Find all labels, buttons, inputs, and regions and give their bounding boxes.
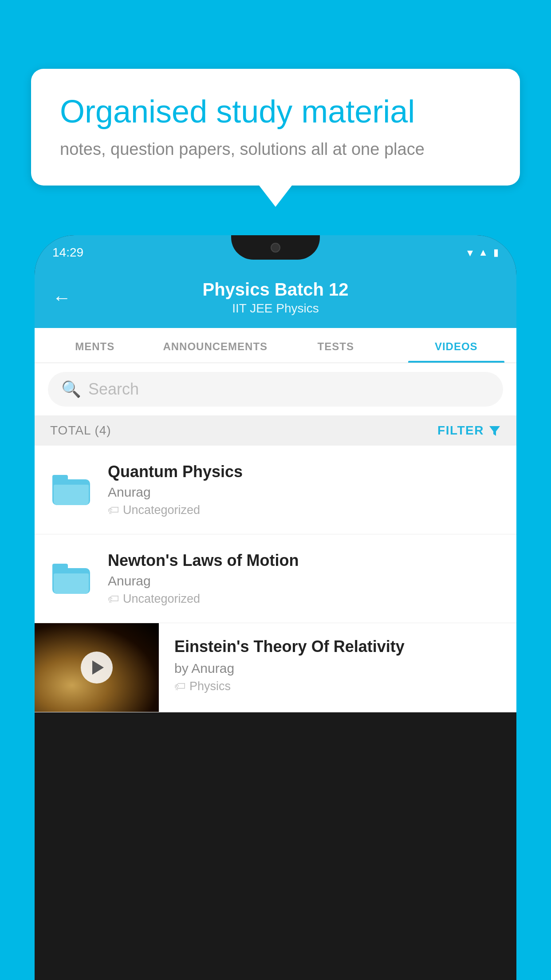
speech-bubble: Organised study material notes, question…	[31, 69, 520, 186]
video-info: Newton's Laws of Motion Anurag 🏷 Uncateg…	[108, 551, 501, 606]
total-count: TOTAL (4)	[50, 423, 111, 438]
tag-label: Uncategorized	[123, 503, 200, 517]
folder-icon	[50, 557, 92, 600]
video-tag: 🏷 Uncategorized	[108, 592, 501, 606]
camera-dot	[271, 243, 280, 253]
tab-tests[interactable]: TESTS	[276, 328, 396, 363]
wifi-icon: ▾	[467, 246, 473, 260]
search-bar[interactable]: 🔍 Search	[48, 372, 503, 407]
header-title: Physics Batch 12	[84, 280, 467, 300]
back-button[interactable]: ←	[52, 288, 71, 307]
signal-icon: ▲	[478, 247, 488, 258]
video-author: Anurag	[108, 573, 501, 589]
videos-list: Quantum Physics Anurag 🏷 Uncategorized N…	[35, 446, 516, 712]
filter-bar: TOTAL (4) FILTER	[35, 415, 516, 446]
status-bar: 14:29 ▾ ▲ ▮	[35, 235, 516, 270]
video-title: Quantum Physics	[108, 462, 501, 481]
bubble-subtitle: notes, question papers, solutions all at…	[60, 140, 491, 159]
phone-shell: 14:29 ▾ ▲ ▮ ← Physics Batch 12 IIT JEE P…	[35, 235, 516, 980]
status-time: 14:29	[52, 245, 83, 260]
play-button[interactable]	[81, 652, 113, 684]
search-icon: 🔍	[61, 380, 81, 399]
battery-icon: ▮	[493, 247, 499, 258]
tag-icon: 🏷	[174, 680, 186, 693]
bubble-title: Organised study material	[60, 93, 491, 130]
app-header: ← Physics Batch 12 IIT JEE Physics	[35, 270, 516, 328]
tab-videos[interactable]: VIDEOS	[396, 328, 517, 363]
filter-icon	[488, 424, 501, 437]
search-input[interactable]: Search	[88, 380, 139, 399]
play-icon	[92, 660, 104, 675]
tab-announcements[interactable]: ANNOUNCEMENTS	[155, 328, 276, 363]
video-title: Newton's Laws of Motion	[108, 551, 501, 570]
list-item[interactable]: Quantum Physics Anurag 🏷 Uncategorized	[35, 446, 516, 534]
status-icons: ▾ ▲ ▮	[467, 246, 499, 260]
video-author: Anurag	[108, 485, 501, 500]
search-container: 🔍 Search	[35, 363, 516, 415]
tag-icon: 🏷	[108, 592, 119, 606]
tag-label: Uncategorized	[123, 592, 200, 606]
video-author: by Anurag	[174, 661, 503, 676]
svg-marker-0	[489, 426, 500, 436]
folder-icon	[50, 469, 92, 511]
video-thumbnail	[35, 623, 159, 712]
tabs-bar: MENTS ANNOUNCEMENTS TESTS VIDEOS	[35, 328, 516, 363]
tag-icon: 🏷	[108, 503, 119, 517]
filter-button[interactable]: FILTER	[437, 423, 501, 438]
video-title: Einstein's Theory Of Relativity	[174, 636, 503, 657]
video-tag: 🏷 Physics	[174, 680, 503, 693]
tag-label: Physics	[189, 680, 231, 693]
video-info: Einstein's Theory Of Relativity by Anura…	[159, 623, 516, 707]
header-subtitle: IIT JEE Physics	[84, 301, 467, 316]
video-tag: 🏷 Uncategorized	[108, 503, 501, 517]
phone-notch	[231, 235, 320, 260]
video-info: Quantum Physics Anurag 🏷 Uncategorized	[108, 462, 501, 517]
list-item[interactable]: Newton's Laws of Motion Anurag 🏷 Uncateg…	[35, 534, 516, 623]
tab-ments[interactable]: MENTS	[35, 328, 155, 363]
list-item[interactable]: Einstein's Theory Of Relativity by Anura…	[35, 623, 516, 712]
header-text: Physics Batch 12 IIT JEE Physics	[84, 280, 467, 316]
filter-label: FILTER	[437, 423, 484, 438]
